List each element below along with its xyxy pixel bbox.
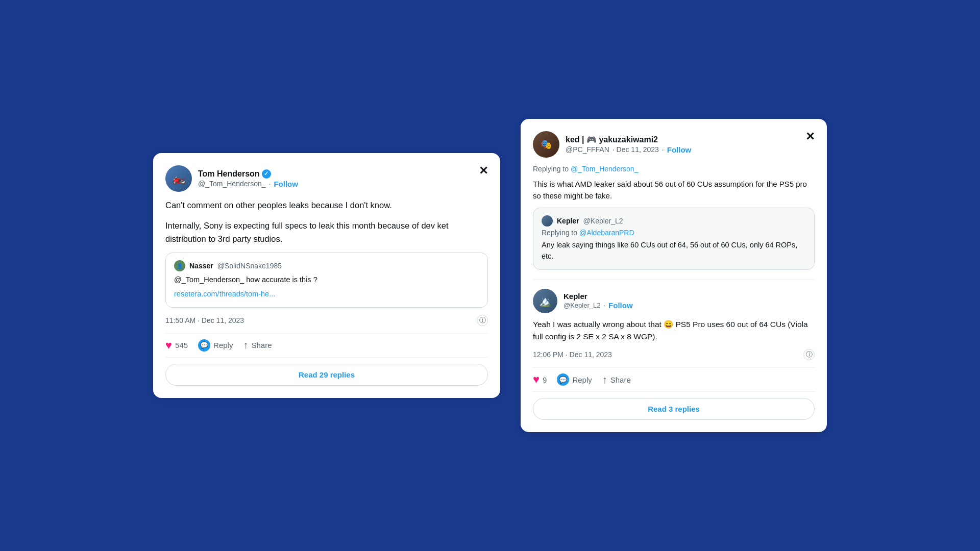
reply-bubble-icon: 💬 (198, 339, 210, 352)
ked-date: · Dec 11, 2023 (612, 145, 659, 154)
ked-display-name: ked | 🎮 yakuzakiwami2 (566, 135, 691, 144)
kepler-heart-icon: ♥ (533, 373, 540, 386)
ked-avatar: 🎭 (533, 131, 559, 158)
tweet-text-paragraph2: Internally, Sony is expecting full specs… (165, 219, 488, 245)
right-tweet-card: 🎭 ked | 🎮 yakuzakiwami2 @PC_FFFAN · Dec … (521, 119, 827, 432)
tweet-meta: 11:50 AM · Dec 11, 2023 ⓘ (165, 315, 488, 326)
separator-dot: · (269, 180, 271, 188)
verified-badge: ✓ (262, 169, 271, 179)
kepler-display-name: Kepler (564, 292, 633, 300)
quote-header: 👤 Nasser @SolidNSnake1985 (174, 260, 479, 271)
follow-button[interactable]: Follow (274, 180, 298, 188)
share-icon: ↑ (243, 339, 248, 351)
kepler-like-action[interactable]: ♥ 9 (533, 373, 547, 386)
quote-text-1: @_Tom_Henderson_ how accurate is this ? (174, 274, 479, 286)
kepler-user-details: Kepler @Kepler_L2 · Follow (564, 292, 633, 310)
kepler-share-label: Share (610, 375, 631, 384)
actions-bar: ♥ 545 💬 Reply ↑ Share (165, 333, 488, 358)
tweet-text-paragraph1: Can't comment on other peoples leaks bec… (165, 199, 488, 212)
kepler-follow-button[interactable]: Follow (608, 301, 633, 310)
separator-dot2: · (662, 145, 664, 154)
kepler-mini-avatar (542, 215, 553, 227)
share-label: Share (251, 341, 272, 349)
x-close-icon[interactable]: ✕ (479, 165, 488, 177)
kepler-read-replies-button[interactable]: Read 3 replies (533, 398, 815, 420)
right-x-close-icon[interactable]: ✕ (805, 131, 815, 142)
user-details: Tom Henderson ✓ @_Tom_Henderson_ · Follo… (198, 169, 298, 188)
like-action[interactable]: ♥ 545 (165, 339, 188, 352)
reply-action[interactable]: 💬 Reply (198, 339, 233, 352)
replying-to: Replying to @_Tom_Henderson_ (533, 165, 815, 173)
kepler-likes-count: 9 (543, 375, 547, 384)
kepler-username: @Kepler_L2 (564, 302, 600, 309)
ked-follow-button[interactable]: Follow (667, 145, 692, 154)
avatar: 🏍️ (165, 165, 192, 192)
left-tweet-card: 🏍️ Tom Henderson ✓ @_Tom_Henderson_ · Fo… (153, 153, 500, 397)
quote-username: @SolidNSnake1985 (217, 262, 282, 270)
replying-to-handle: @_Tom_Henderson_ (571, 165, 639, 173)
likes-count: 545 (175, 341, 188, 349)
share-action[interactable]: ↑ Share (243, 339, 272, 351)
nested-quote-text: Any leak saying things like 60 CUs out o… (542, 240, 806, 262)
display-name: Tom Henderson ✓ (198, 169, 298, 179)
quote-name: Nasser (189, 262, 213, 270)
kepler-timestamp: 12:06 PM · Dec 11, 2023 (533, 350, 612, 359)
read-replies-button[interactable]: Read 29 replies (165, 364, 488, 386)
quote-avatar: 👤 (174, 260, 185, 271)
kepler-reply-bubble-icon: 💬 (557, 373, 569, 386)
kepler-quote-name: Kepler (557, 217, 579, 225)
right-tweet-main-text: This is what AMD leaker said about 56 ou… (533, 178, 815, 202)
second-tweet-section: 🏔️ Kepler @Kepler_L2 · Follow Yeah I was… (533, 279, 815, 420)
ked-username: @PC_FFFAN (566, 145, 609, 154)
timestamp: 11:50 AM · Dec 11, 2023 (165, 316, 244, 324)
right-user-info-section: 🎭 ked | 🎮 yakuzakiwami2 @PC_FFFAN · Dec … (533, 131, 691, 158)
tweet-header: 🏍️ Tom Henderson ✓ @_Tom_Henderson_ · Fo… (165, 165, 488, 192)
ked-username-line: @PC_FFFAN · Dec 11, 2023 · Follow (566, 145, 691, 154)
kepler-reply-action[interactable]: 💬 Reply (557, 373, 592, 386)
nested-reply-handle: @AldebaranPRD (579, 229, 634, 237)
user-info-section: 🏍️ Tom Henderson ✓ @_Tom_Henderson_ · Fo… (165, 165, 298, 192)
kepler-reply-label: Reply (572, 375, 592, 384)
ked-user-details: ked | 🎮 yakuzakiwami2 @PC_FFFAN · Dec 11… (566, 135, 691, 154)
quote-tweet[interactable]: 👤 Nasser @SolidNSnake1985 @_Tom_Henderso… (165, 253, 488, 308)
reply-label: Reply (213, 341, 233, 349)
kepler-username-line: @Kepler_L2 · Follow (564, 301, 633, 310)
kepler-share-icon: ↑ (602, 374, 607, 386)
nested-quote-block[interactable]: Kepler @Kepler_L2 Replying to @Aldebaran… (533, 208, 815, 270)
kepler-tweet-header: 🏔️ Kepler @Kepler_L2 · Follow (533, 289, 815, 313)
kepler-tweet-meta: 12:06 PM · Dec 11, 2023 ⓘ (533, 349, 815, 360)
nested-replying-to: Replying to @AldebaranPRD (542, 229, 806, 237)
username: @_Tom_Henderson_ (198, 180, 266, 188)
kepler-info-icon[interactable]: ⓘ (803, 349, 815, 360)
kepler-quote-username: @Kepler_L2 (583, 217, 623, 225)
username-line: @_Tom_Henderson_ · Follow (198, 180, 298, 188)
right-tweet-header: 🎭 ked | 🎮 yakuzakiwami2 @PC_FFFAN · Dec … (533, 131, 815, 158)
heart-icon: ♥ (165, 339, 172, 352)
kepler-share-action[interactable]: ↑ Share (602, 374, 631, 386)
info-icon[interactable]: ⓘ (477, 315, 488, 326)
quote-text-2: resetera.com/threads/tom-he... (174, 289, 479, 300)
kepler-actions-bar: ♥ 9 💬 Reply ↑ Share (533, 367, 815, 392)
kepler-avatar: 🏔️ (533, 289, 557, 313)
nested-quote-header: Kepler @Kepler_L2 (542, 215, 806, 227)
kepler-tweet-text: Yeah I was actually wrong about that 😄 P… (533, 318, 815, 343)
